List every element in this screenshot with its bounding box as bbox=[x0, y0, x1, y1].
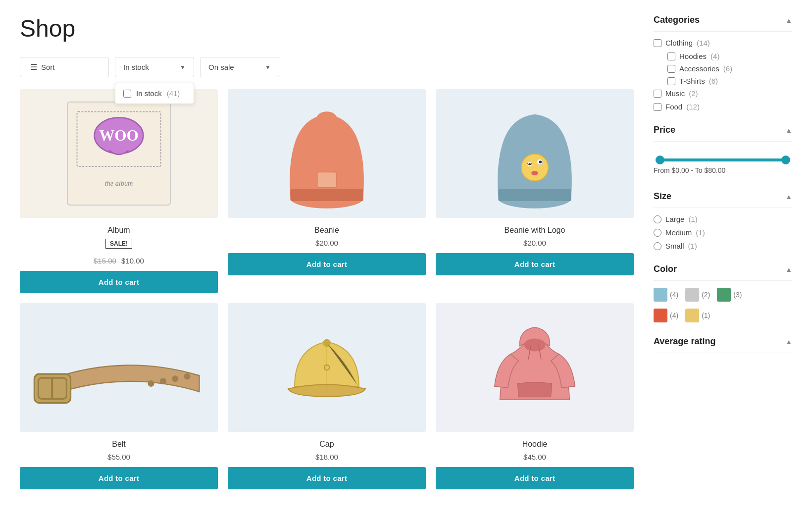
rating-title: Average rating bbox=[654, 336, 715, 347]
category-count-music: (2) bbox=[689, 89, 698, 98]
categories-header: Categories ▲ bbox=[654, 15, 792, 32]
add-to-cart-album[interactable]: Add to cart bbox=[20, 271, 218, 293]
category-checkbox-music[interactable] bbox=[654, 90, 661, 98]
color-swatch-gray-box[interactable] bbox=[685, 288, 699, 302]
size-item-small[interactable]: Small (1) bbox=[654, 242, 792, 250]
color-swatch-yellow[interactable]: (1) bbox=[685, 309, 710, 322]
size-header: Size ▲ bbox=[654, 191, 792, 208]
product-name-album: Album bbox=[20, 226, 218, 235]
color-swatch-red[interactable]: (4) bbox=[654, 309, 678, 322]
size-radio-large[interactable] bbox=[654, 215, 661, 223]
color-collapse-button[interactable]: ▲ bbox=[785, 265, 792, 273]
price-range-bar bbox=[656, 158, 790, 161]
categories-section: Categories ▲ Clothing (14) Hoodies (4) A… bbox=[654, 15, 792, 111]
svg-point-22 bbox=[172, 375, 178, 382]
size-item-large[interactable]: Large (1) bbox=[654, 215, 792, 223]
sale-filter-button[interactable]: On sale ▼ bbox=[200, 57, 279, 77]
category-item-accessories[interactable]: Accessories (6) bbox=[667, 64, 792, 73]
product-price-hoodie: $45.00 bbox=[436, 453, 634, 461]
product-card-beanie-logo: Beanie with Logo $20.00 Add to cart bbox=[436, 89, 634, 293]
size-title: Size bbox=[654, 191, 671, 202]
price-range-text: From $0.00 - To $80.00 bbox=[654, 166, 792, 174]
product-image-hoodie bbox=[436, 303, 634, 432]
category-label-music: Music bbox=[665, 89, 685, 98]
category-checkbox-accessories[interactable] bbox=[667, 65, 675, 73]
product-card-album: WOO the album Album SALE! $15.00 $10.00 … bbox=[20, 89, 218, 293]
svg-text:WOO: WOO bbox=[99, 127, 139, 144]
color-swatch-blue-box[interactable] bbox=[654, 288, 667, 302]
color-title: Color bbox=[654, 264, 677, 274]
category-item-hoodies[interactable]: Hoodies (4) bbox=[667, 52, 792, 60]
color-count-blue: (4) bbox=[670, 291, 678, 299]
product-image-belt bbox=[20, 303, 218, 432]
category-count-accessories: (6) bbox=[723, 64, 732, 73]
category-item-clothing[interactable]: Clothing (14) bbox=[654, 39, 792, 47]
color-count-red: (4) bbox=[670, 312, 678, 319]
rating-collapse-button[interactable]: ▲ bbox=[785, 338, 792, 346]
category-checkbox-food[interactable] bbox=[654, 103, 661, 111]
category-checkbox-clothing[interactable] bbox=[654, 39, 661, 47]
color-header: Color ▲ bbox=[654, 264, 792, 281]
category-count-tshirts: (6) bbox=[709, 77, 718, 85]
price-collapse-button[interactable]: ▲ bbox=[785, 126, 792, 134]
dropdown-item[interactable]: In stock (41) bbox=[123, 89, 186, 98]
add-to-cart-belt[interactable]: Add to cart bbox=[20, 467, 218, 489]
category-item-tshirts[interactable]: T-Shirts (6) bbox=[667, 77, 792, 85]
product-card-cap: Cap $18.00 Add to cart bbox=[228, 303, 426, 489]
product-image-cap bbox=[228, 303, 426, 432]
color-swatch-green[interactable]: (3) bbox=[717, 288, 742, 302]
color-swatch-green-box[interactable] bbox=[717, 288, 731, 302]
add-to-cart-beanie-logo[interactable]: Add to cart bbox=[436, 253, 634, 275]
stock-dropdown: In stock (41) bbox=[115, 83, 194, 104]
svg-point-21 bbox=[160, 378, 166, 384]
product-card-hoodie: Hoodie $45.00 Add to cart bbox=[436, 303, 634, 489]
size-label-medium: Medium bbox=[665, 228, 692, 237]
price-handle-left[interactable] bbox=[656, 156, 664, 164]
color-count-green: (3) bbox=[733, 291, 742, 299]
svg-point-26 bbox=[524, 339, 545, 352]
category-item-food[interactable]: Food (12) bbox=[654, 103, 792, 111]
category-label-tshirts: T-Shirts bbox=[679, 77, 705, 85]
svg-text:the album: the album bbox=[105, 179, 133, 187]
color-swatch-red-box[interactable] bbox=[654, 309, 667, 322]
size-collapse-button[interactable]: ▲ bbox=[785, 193, 792, 201]
category-count-hoodies: (4) bbox=[710, 52, 719, 60]
product-name-belt: Belt bbox=[20, 440, 218, 449]
size-item-medium[interactable]: Medium (1) bbox=[654, 228, 792, 237]
color-swatch-yellow-box[interactable] bbox=[685, 309, 699, 322]
svg-rect-7 bbox=[317, 172, 336, 188]
filter-bar: ☰ Sort In stock ▼ On sale ▼ In stock (41… bbox=[20, 57, 634, 77]
color-swatch-gray[interactable]: (2) bbox=[685, 288, 710, 302]
add-to-cart-cap[interactable]: Add to cart bbox=[228, 467, 426, 489]
color-row-2: (4) (1) bbox=[654, 309, 792, 322]
svg-point-23 bbox=[184, 373, 191, 379]
sale-price-album: $10.00 bbox=[121, 257, 144, 265]
category-checkbox-hoodies[interactable] bbox=[667, 52, 675, 60]
sort-icon: ☰ bbox=[30, 62, 37, 72]
svg-rect-10 bbox=[499, 189, 571, 201]
categories-title: Categories bbox=[654, 15, 700, 25]
svg-point-11 bbox=[521, 154, 548, 181]
size-radio-small[interactable] bbox=[654, 242, 661, 250]
add-to-cart-beanie[interactable]: Add to cart bbox=[228, 253, 426, 275]
product-name-hoodie: Hoodie bbox=[436, 440, 634, 449]
color-swatch-blue[interactable]: (4) bbox=[654, 288, 678, 302]
sort-button[interactable]: ☰ Sort bbox=[20, 57, 109, 77]
dropdown-item-count: (41) bbox=[167, 89, 180, 98]
color-row-1: (4) (2) (3) bbox=[654, 288, 792, 302]
size-count-medium: (1) bbox=[696, 228, 705, 237]
product-name-beanie-logo: Beanie with Logo bbox=[436, 226, 634, 235]
svg-point-16 bbox=[531, 171, 538, 175]
category-count-clothing: (14) bbox=[697, 39, 710, 47]
category-item-music[interactable]: Music (2) bbox=[654, 89, 792, 98]
product-name-beanie: Beanie bbox=[228, 226, 426, 235]
add-to-cart-hoodie[interactable]: Add to cart bbox=[436, 467, 634, 489]
category-checkbox-tshirts[interactable] bbox=[667, 77, 675, 85]
size-radio-medium[interactable] bbox=[654, 229, 661, 237]
in-stock-checkbox[interactable] bbox=[123, 90, 131, 98]
product-card-beanie: Beanie $20.00 Add to cart bbox=[228, 89, 426, 293]
stock-filter-button[interactable]: In stock ▼ bbox=[115, 57, 194, 77]
price-handle-right[interactable] bbox=[781, 156, 790, 164]
categories-collapse-button[interactable]: ▲ bbox=[785, 16, 792, 24]
sale-chevron-icon: ▼ bbox=[265, 64, 271, 71]
